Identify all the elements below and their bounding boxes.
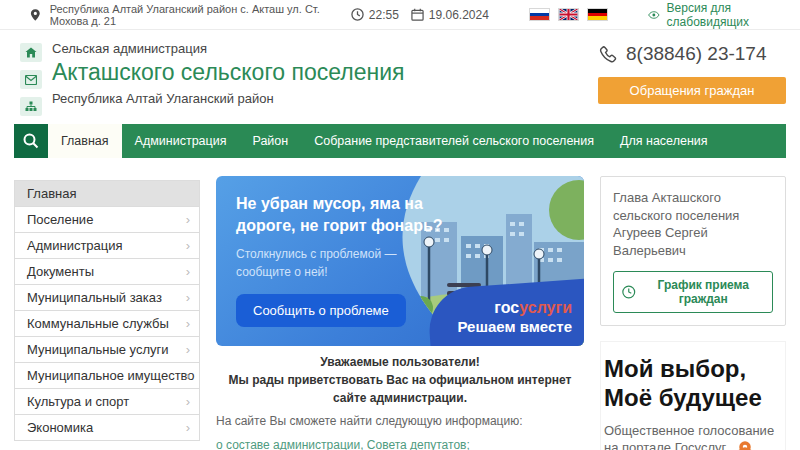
address-text: Республика Алтай Улаганский район с. Акт… — [50, 3, 351, 27]
sidebar-item-administration[interactable]: Администрация — [15, 233, 199, 259]
sidebar-item-municipal-order[interactable]: Муниципальный заказ — [15, 285, 199, 311]
page-title: Акташского сельского поселения — [52, 59, 404, 86]
sidebar-item-economy[interactable]: Экономика — [15, 415, 199, 441]
citizen-appeals-button[interactable]: Обращения граждан — [598, 77, 786, 104]
gosuslugi-tagline: Решаем вместе — [457, 318, 572, 337]
header-right: 8(38846) 23-174 Обращения граждан — [598, 43, 786, 104]
accessibility-version-link[interactable]: Версия для слабовидящих — [648, 1, 770, 29]
sidebar-item-utilities[interactable]: Коммунальные службы — [15, 311, 199, 337]
voting-card: Мой выбор, Моё будущее Общественное голо… — [600, 341, 786, 450]
eye-icon — [648, 9, 660, 21]
welcome-greeting-line1: Уважаемые пользователи! — [216, 353, 584, 371]
clock-icon — [351, 8, 364, 21]
accessibility-label: Версия для слабовидящих — [667, 1, 770, 29]
ballot-house-icon — [709, 434, 781, 450]
nav-item-district[interactable]: Район — [239, 124, 301, 158]
site-subtitle: Республика Алтай Улаганский район — [52, 91, 404, 106]
schedule-clock-icon — [622, 284, 636, 300]
nav-item-assembly[interactable]: Собрание представителей сельского поселе… — [301, 124, 607, 158]
welcome-block: Уважаемые пользователи! Мы рады приветст… — [216, 353, 584, 450]
head-of-settlement-text: Глава Акташского сельского поселения Агу… — [613, 189, 773, 259]
page: Республика Алтай Улаганский район с. Акт… — [0, 0, 800, 450]
voting-title: Мой выбор, Моё будущее — [604, 355, 785, 413]
banner-subtext: Столкнулись с проблемой — сообщите о ней… — [236, 246, 411, 281]
time-text: 22:55 — [369, 8, 399, 22]
banner-text: Не убран мусор, яма на дороге, не горит … — [236, 193, 444, 327]
topbar-right: 22:55 19.06.2024 — [351, 1, 770, 29]
flag-gb-icon[interactable] — [558, 8, 579, 21]
quick-links — [20, 43, 42, 116]
sidebar-menu: Главная Поселение Администрация Документ… — [14, 180, 200, 441]
topbar: Республика Алтай Улаганский район с. Акт… — [0, 0, 800, 30]
time-block: 22:55 — [351, 8, 399, 22]
welcome-greeting-line2: Мы рады приветствовать Вас на официально… — [216, 371, 584, 407]
sidebar-item-culture-sport[interactable]: Культура и спорт — [15, 389, 199, 415]
sidebar-item-municipal-property[interactable]: Муниципальное имущество — [15, 363, 199, 389]
report-problem-button[interactable]: Сообщить о проблеме — [236, 294, 406, 327]
phone-number[interactable]: 8(38846) 23-174 — [626, 43, 767, 65]
nav-item-for-residents[interactable]: Для населения — [607, 124, 721, 158]
right-column: Глава Акташского сельского поселения Агу… — [600, 176, 786, 450]
sidebar-item-home[interactable]: Главная — [15, 181, 199, 207]
welcome-link-administration[interactable]: о составе администрации, Совета депутато… — [216, 438, 584, 450]
head-of-settlement-card: Глава Акташского сельского поселения Агу… — [600, 176, 786, 326]
flag-de-icon[interactable] — [587, 8, 608, 21]
phone-icon — [598, 45, 617, 64]
gosuslugi-logo: госуслуги Решаем вместе — [457, 298, 572, 337]
voting-title-line2: Моё будущее — [604, 384, 785, 413]
sitemap-icon[interactable] — [20, 97, 42, 116]
sidebar-item-settlement[interactable]: Поселение — [15, 207, 199, 233]
welcome-intro: На сайте Вы сможете найти следующую инфо… — [216, 414, 584, 428]
nav-item-administration[interactable]: Администрация — [122, 124, 240, 158]
language-flags — [529, 8, 608, 21]
phone-block: 8(38846) 23-174 — [598, 43, 786, 65]
sidebar-item-documents[interactable]: Документы — [15, 259, 199, 285]
site-titles: Сельская администрация Акташского сельск… — [52, 41, 404, 106]
site-header: Сельская администрация Акташского сельск… — [0, 30, 800, 124]
reception-schedule-label: График приема граждан — [643, 278, 764, 306]
sidebar-item-municipal-services[interactable]: Муниципальные услуги — [15, 337, 199, 363]
main-nav: Главная Администрация Район Собрание пре… — [14, 124, 786, 158]
gosuslugi-logo-part1: гос — [494, 299, 519, 316]
site-pretitle: Сельская администрация — [52, 41, 404, 56]
date-block: 19.06.2024 — [411, 8, 489, 22]
nav-item-home[interactable]: Главная — [48, 124, 122, 158]
calendar-icon — [411, 8, 424, 21]
mail-icon[interactable] — [20, 70, 42, 89]
reception-schedule-button[interactable]: График приема граждан — [613, 271, 773, 313]
date-text: 19.06.2024 — [429, 8, 489, 22]
gosuslugi-banner[interactable]: госуслуги Решаем вместе Не убран мусор, … — [216, 176, 584, 346]
location-pin-icon — [30, 8, 41, 22]
banner-heading: Не убран мусор, яма на дороге, не горит … — [236, 193, 444, 236]
voting-title-line1: Мой выбор, — [604, 355, 785, 384]
gosuslugi-logo-part2: услуги — [519, 299, 572, 316]
flag-ru-icon[interactable] — [529, 8, 550, 21]
search-icon — [23, 133, 39, 149]
search-button[interactable] — [14, 124, 48, 158]
main-content: госуслуги Решаем вместе Не убран мусор, … — [216, 176, 584, 450]
home-icon[interactable] — [20, 43, 42, 62]
address-block: Республика Алтай Улаганский район с. Акт… — [30, 3, 351, 27]
